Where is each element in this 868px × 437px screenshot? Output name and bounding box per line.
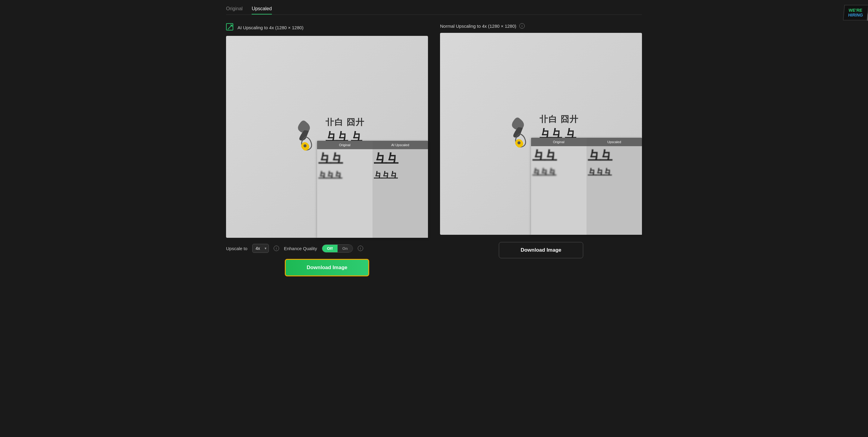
right-comparison-overlay: Original Upscaled 彑彑 彑彑彑 彑彑 彑彑彑 bbox=[531, 138, 642, 235]
upscale-label: Upscale to bbox=[226, 246, 247, 251]
tabs-container: Original Upscaled bbox=[226, 6, 642, 15]
right-image-container: 卝白 囧廾 彑彑 彑 彑彑 彑 Original Upscaled 彑彑 彑彑 bbox=[440, 33, 642, 235]
right-panel-header: Normal Upscaling to 4x (1280 × 1280) i bbox=[440, 23, 642, 29]
enhance-toggle-group: Off On bbox=[322, 244, 353, 253]
upscale-select-wrapper: 1x 2x 4x ▾ bbox=[252, 244, 269, 253]
left-comparison-overlay: Original AI Upscaled 彑彑 彑彑彑 彑彑 彑彑彑 bbox=[317, 141, 428, 238]
left-panel-title: AI Upscaling to 4x (1280 × 1280) bbox=[238, 25, 304, 30]
svg-point-2 bbox=[304, 144, 307, 147]
left-comp-ai: 彑彑 彑彑彑 bbox=[373, 149, 428, 238]
right-comp-label-upscaled: Upscaled bbox=[587, 138, 642, 146]
tab-upscaled[interactable]: Upscaled bbox=[252, 6, 272, 14]
left-comp-labels: Original AI Upscaled bbox=[317, 141, 428, 149]
controls-area: Upscale to 1x 2x 4x ▾ i Enhance Quality … bbox=[226, 244, 428, 253]
hiring-line2: HIRING bbox=[848, 13, 863, 18]
left-panel-header: AI Upscaling to 4x (1280 × 1280) bbox=[226, 23, 428, 32]
right-comp-label-original: Original bbox=[531, 138, 587, 146]
download-primary-button[interactable]: Download Image bbox=[285, 259, 369, 276]
enhance-label: Enhance Quality bbox=[284, 246, 317, 251]
left-comp-label-original: Original bbox=[317, 141, 373, 149]
hiring-line1: WE'RE bbox=[848, 8, 864, 13]
left-comp-images: 彑彑 彑彑彑 彑彑 彑彑彑 bbox=[317, 149, 428, 238]
tab-original[interactable]: Original bbox=[226, 6, 243, 14]
left-comp-original: 彑彑 彑彑彑 bbox=[317, 149, 373, 238]
enhance-on-button[interactable]: On bbox=[338, 245, 352, 252]
left-image-container: 卝白 囧廾 彑彑 彑 彑彑 彑 Original AI Upscaled 彑彑 bbox=[226, 36, 428, 238]
download-secondary-button[interactable]: Download Image bbox=[499, 242, 583, 258]
right-comp-upscaled: 彑彑 彑彑彑 bbox=[587, 146, 642, 235]
upscale-info-icon[interactable]: i bbox=[274, 246, 279, 251]
right-comp-images: 彑彑 彑彑彑 彑彑 彑彑彑 bbox=[531, 146, 642, 235]
ai-upscale-icon bbox=[226, 23, 235, 32]
left-panel: AI Upscaling to 4x (1280 × 1280) bbox=[226, 23, 428, 276]
comparison-area: AI Upscaling to 4x (1280 × 1280) bbox=[226, 23, 642, 276]
right-panel-title: Normal Upscaling to 4x (1280 × 1280) bbox=[440, 24, 516, 29]
right-panel: Normal Upscaling to 4x (1280 × 1280) i bbox=[440, 23, 642, 258]
right-comp-labels: Original Upscaled bbox=[531, 138, 642, 146]
left-download-section: Download Image bbox=[226, 259, 428, 276]
right-comp-original: 彑彑 彑彑彑 bbox=[531, 146, 587, 235]
enhance-info-icon[interactable]: i bbox=[358, 246, 363, 251]
enhance-off-button[interactable]: Off bbox=[322, 245, 338, 252]
hiring-badge[interactable]: WE'RE HIRING bbox=[843, 5, 868, 21]
right-panel-info-icon[interactable]: i bbox=[519, 23, 525, 29]
upscale-select[interactable]: 1x 2x 4x bbox=[252, 244, 269, 253]
svg-point-4 bbox=[518, 142, 521, 144]
left-comp-label-ai: AI Upscaled bbox=[373, 141, 428, 149]
right-download-section: Download Image bbox=[440, 235, 642, 258]
